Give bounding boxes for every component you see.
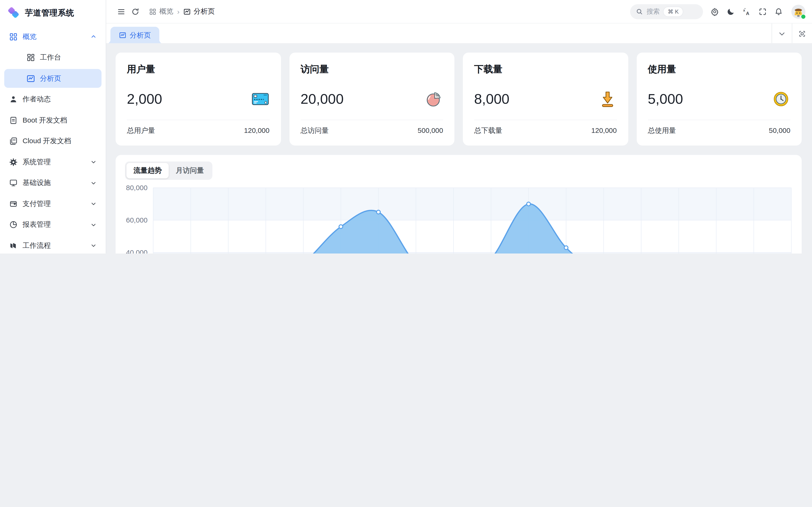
stat-cards-row: 用户量2,000总用户量120,000访问量20,000%总访问量500,000…	[116, 53, 802, 146]
system-gear-icon	[9, 158, 18, 166]
workbench-icon	[26, 53, 35, 62]
app-logo[interactable]: 芋道管理系统	[0, 0, 106, 25]
translate-icon: xA	[743, 7, 751, 16]
bell-icon	[774, 7, 783, 16]
dashboard-icon	[149, 8, 156, 15]
sidebar-item-系统管理[interactable]: 系统管理	[4, 153, 101, 171]
sidebar-item-概览[interactable]: 概览	[4, 27, 101, 46]
sidebar-item-支付管理[interactable]: 支付管理	[4, 194, 101, 213]
language-button[interactable]: xA	[740, 4, 754, 18]
stat-title: 访问量	[301, 63, 443, 75]
stat-title: 使用量	[648, 63, 791, 75]
sidebar-item-Cloud 开发文档[interactable]: Cloud 开发文档	[4, 132, 101, 151]
author-icon	[9, 95, 18, 104]
sidebar-item-label: 分析页	[40, 74, 97, 83]
moon-icon	[726, 7, 735, 16]
breadcrumb-item-分析页[interactable]: 分析页	[183, 7, 215, 16]
search-placeholder: 搜索	[647, 7, 660, 16]
sidebar-item-label: Boot 开发文档	[22, 116, 97, 125]
dark-mode-button[interactable]	[724, 4, 738, 18]
svg-text:60,000: 60,000	[126, 216, 148, 224]
stat-footer-label: 总用户量	[127, 126, 155, 135]
sidebar-menu: 概览工作台分析页作者动态Boot 开发文档Cloud 开发文档系统管理基础设施支…	[0, 26, 106, 253]
chevron-down-icon	[90, 159, 97, 165]
tab-analysis[interactable]: 分析页	[110, 27, 159, 44]
settings-button[interactable]	[708, 4, 722, 18]
stat-card-下载量: 下载量8,000总下载量120,000	[463, 53, 628, 146]
tab-bar: 分析页	[106, 23, 812, 44]
user-avatar[interactable]	[791, 4, 805, 18]
hamburger-icon	[117, 7, 125, 16]
content-maximize-button[interactable]	[792, 23, 812, 44]
stat-footer: 总使用量50,000	[648, 120, 791, 135]
top-header: 概览›分析页 搜索 ⌘ K xA	[106, 0, 812, 23]
breadcrumb: 概览›分析页	[149, 7, 215, 16]
notifications-button[interactable]	[772, 4, 786, 18]
download-icon	[598, 90, 617, 108]
chevron-down-icon	[90, 242, 97, 249]
chevron-down-icon	[90, 201, 97, 207]
breadcrumb-label: 分析页	[194, 7, 215, 16]
credit-card-icon	[251, 90, 269, 108]
stat-footer-label: 总使用量	[648, 126, 676, 135]
search-input[interactable]: 搜索 ⌘ K	[630, 4, 703, 19]
stat-footer-value: 50,000	[769, 126, 791, 135]
sidebar-item-作者动态[interactable]: 作者动态	[4, 90, 101, 109]
sidebar: 芋道管理系统 概览工作台分析页作者动态Boot 开发文档Cloud 开发文档系统…	[0, 0, 106, 253]
tab-label: 分析页	[130, 31, 151, 40]
dashboard-icon	[9, 32, 18, 41]
app-root: 芋道管理系统 概览工作台分析页作者动态Boot 开发文档Cloud 开发文档系统…	[0, 0, 812, 253]
analysis-icon	[183, 8, 191, 15]
sidebar-item-label: Cloud 开发文档	[22, 136, 97, 146]
sidebar-item-工作流程[interactable]: 工作流程	[4, 236, 101, 253]
fullscreen-button[interactable]	[756, 4, 770, 18]
tab-options-button[interactable]	[772, 23, 792, 44]
sidebar-item-基础设施[interactable]: 基础设施	[4, 173, 101, 192]
payment-icon	[9, 199, 18, 208]
header-actions: xA	[708, 4, 805, 18]
sidebar-item-工作台[interactable]: 工作台	[4, 48, 101, 67]
sidebar-item-分析页[interactable]: 分析页	[4, 69, 101, 88]
stat-value: 5,000	[648, 91, 683, 107]
pie-percent-icon: %	[424, 90, 443, 108]
traffic-trend-chart: 020,00040,00060,00080,0006:007:008:009:0…	[116, 155, 802, 253]
stat-card-用户量: 用户量2,000总用户量120,000	[116, 53, 281, 146]
sidebar-item-label: 系统管理	[22, 158, 86, 166]
cloud-doc-icon	[9, 136, 18, 146]
sidebar-item-label: 工作台	[40, 53, 97, 62]
stat-value: 2,000	[127, 91, 162, 107]
stat-value: 20,000	[301, 91, 344, 107]
sidebar-item-Boot 开发文档[interactable]: Boot 开发文档	[4, 111, 101, 129]
sidebar-item-label: 支付管理	[22, 199, 86, 208]
refresh-button[interactable]	[128, 4, 142, 18]
stat-footer-value: 500,000	[418, 126, 443, 135]
chevron-down-icon	[90, 180, 97, 186]
breadcrumb-item-概览[interactable]: 概览	[149, 7, 173, 16]
sidebar-toggle-button[interactable]	[114, 4, 128, 18]
stat-footer: 总下载量120,000	[474, 120, 617, 135]
stat-value-row: 20,000%	[301, 90, 443, 108]
gear-icon	[711, 7, 719, 16]
stat-value-row: 5,000	[648, 90, 791, 108]
chevron-up-icon	[90, 33, 97, 40]
sidebar-item-label: 基础设施	[22, 178, 86, 187]
stat-footer-label: 总下载量	[474, 126, 502, 135]
search-icon	[636, 8, 643, 15]
sidebar-item-报表管理[interactable]: 报表管理	[4, 215, 101, 234]
refresh-icon	[131, 7, 140, 16]
svg-text:%: %	[436, 93, 439, 98]
sidebar-item-label: 报表管理	[22, 220, 86, 229]
chevron-down-icon	[778, 30, 786, 37]
stat-footer-value: 120,000	[244, 126, 269, 135]
stat-title: 下载量	[474, 63, 617, 75]
boot-doc-icon	[9, 116, 18, 125]
traffic-trend-card: 流量趋势月访问量 020,00040,00060,00080,0006:007:…	[116, 155, 802, 253]
search-shortcut: ⌘ K	[663, 7, 683, 16]
traffic-tab-流量趋势[interactable]: 流量趋势	[126, 163, 169, 178]
traffic-tab-月访问量[interactable]: 月访问量	[169, 163, 211, 178]
analysis-icon	[26, 74, 35, 83]
stat-value-row: 2,000	[127, 90, 269, 108]
stat-value-row: 8,000	[474, 90, 617, 108]
stat-card-使用量: 使用量5,000总使用量50,000	[637, 53, 802, 146]
avatar-image	[791, 4, 805, 18]
